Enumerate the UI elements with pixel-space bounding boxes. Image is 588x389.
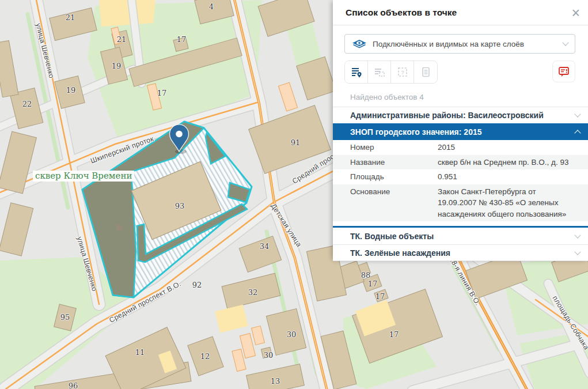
chevron-down-icon <box>574 111 581 117</box>
detail-row: Основание Закон Санкт-Петербурга от 19.0… <box>333 184 588 222</box>
detail-row: Номер 2015 <box>333 140 588 155</box>
identify-by-area-button[interactable] <box>368 61 391 83</box>
question-box-icon: ? <box>396 66 409 78</box>
identify-unknown-button[interactable]: ? <box>391 61 414 83</box>
park-tree <box>116 224 123 231</box>
chevron-down-icon <box>574 232 581 238</box>
identify-by-point-button[interactable] <box>345 61 368 83</box>
report-problem-button[interactable] <box>552 61 575 82</box>
layers-filter-select[interactable]: Подключённых и видимых на карте слоёв <box>344 34 575 54</box>
group-tk-water[interactable]: ТК. Водные объекты <box>333 228 588 244</box>
found-count: Найдено объектов 4 <box>350 93 588 107</box>
object-details: Номер 2015 Название сквер б/н на Среднем… <box>333 140 588 228</box>
list-area-icon <box>373 66 386 78</box>
panel-title: Список объектов в точке <box>346 7 571 18</box>
detail-row: Название сквер б/н на Среднем пр. В.О., … <box>333 155 588 170</box>
objects-panel: Список объектов в точке × Подключённых и… <box>333 0 588 259</box>
report-problem-icon <box>557 65 570 78</box>
document-icon <box>419 66 432 78</box>
panel-toolbar: ? <box>344 61 575 84</box>
chevron-down-icon <box>562 39 568 46</box>
group-znop-selected[interactable]: ЗНОП городского значения: 2015 <box>333 123 588 140</box>
group-tk-green[interactable]: ТК. Зелёные насаждения <box>333 244 588 261</box>
chevron-down-icon <box>574 248 581 255</box>
svg-text:?: ? <box>401 70 404 75</box>
app-root: улица Шевченкоулица ШевченкоШкиперский п… <box>0 0 588 389</box>
identify-mode-group: ? <box>344 61 438 84</box>
close-icon[interactable]: × <box>571 7 580 18</box>
layers-filter-label: Подключённых и видимых на карте слоёв <box>373 40 563 48</box>
layers-eye-icon <box>352 39 367 49</box>
chevron-up-icon <box>574 130 581 136</box>
selected-area-label: сквер Ключ Времени <box>33 171 134 182</box>
list-pin-icon <box>350 66 363 78</box>
identify-list-button[interactable] <box>414 61 437 83</box>
group-administrative-districts[interactable]: Административные районы: Василеостровски… <box>333 107 588 123</box>
detail-row: Площадь 0.951 <box>333 169 588 184</box>
panel-header: Список объектов в точке × <box>333 0 588 25</box>
